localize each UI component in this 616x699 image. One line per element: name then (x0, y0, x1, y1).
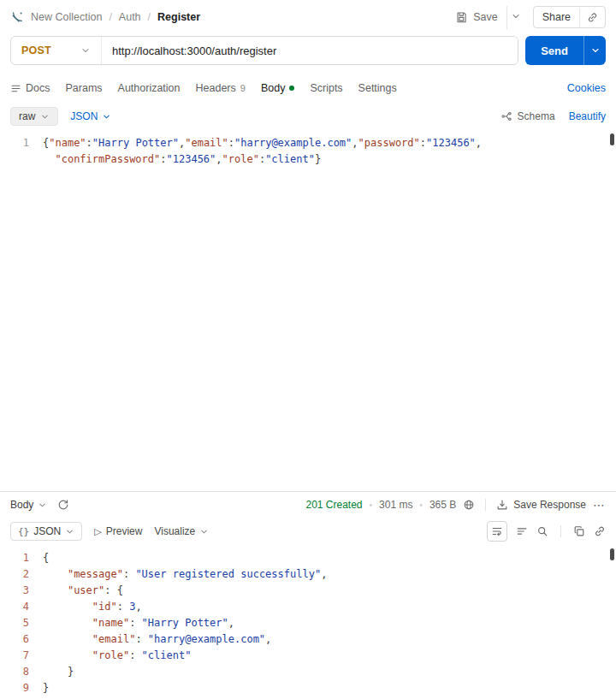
request-tabs: Docs Params Authorization Headers 9 Body… (0, 74, 616, 103)
code-line: 6 "email": "harry@example.com", (0, 631, 616, 648)
line-number: 1 (0, 550, 29, 566)
send-button-group: Send (525, 36, 606, 65)
tab-docs[interactable]: Docs (10, 82, 50, 94)
save-response-button[interactable]: Save Response (496, 499, 586, 511)
meta-separator: • (419, 501, 423, 510)
breadcrumb-folder[interactable]: Auth (119, 11, 141, 23)
method-select[interactable]: POST (11, 37, 102, 64)
chevron-down-icon (102, 112, 111, 121)
divider (485, 499, 486, 511)
copy-button[interactable] (573, 525, 585, 537)
response-scrollbar[interactable] (610, 548, 614, 560)
code-line: 2 "message": "User registered successful… (0, 566, 616, 583)
schema-icon (500, 110, 512, 122)
line-number: 8 (0, 664, 29, 680)
code-text: } (43, 680, 49, 696)
code-line: 4 "id": 3, (0, 599, 616, 615)
line-number (0, 151, 29, 168)
send-button[interactable]: Send (525, 36, 583, 65)
code-text: { (43, 550, 49, 566)
request-body-code: 1{"name":"Harry Potter","email":"harry@e… (0, 135, 616, 168)
body-format-label: raw (19, 110, 35, 122)
filter-lines-icon (516, 525, 528, 537)
link-button[interactable] (594, 525, 606, 537)
docs-icon (10, 83, 21, 94)
search-icon (536, 525, 548, 537)
response-meta-right: 201 Created • 301 ms • 365 B (305, 498, 606, 512)
wrap-text-button[interactable] (487, 521, 507, 542)
url-control: POST (10, 36, 518, 65)
editor-scrollbar[interactable] (610, 133, 614, 145)
chevron-down-icon (38, 501, 47, 510)
visualize-tab[interactable]: Visualize (154, 525, 209, 537)
code-text: "id": 3, (43, 599, 142, 615)
response-size[interactable]: 365 B (429, 499, 456, 511)
response-body-dropdown[interactable]: Body (10, 499, 47, 511)
history-icon[interactable] (57, 499, 69, 511)
share-button[interactable]: Share (533, 6, 606, 28)
visualize-label: Visualize (154, 525, 195, 537)
tab-authorization[interactable]: Authorization (118, 82, 181, 94)
save-button[interactable]: Save (449, 7, 505, 27)
breadcrumb-collection[interactable]: New Collection (31, 11, 102, 23)
divider (560, 525, 561, 537)
request-body-editor[interactable]: 1{"name":"Harry Potter","email":"harry@e… (0, 130, 616, 491)
save-response-label: Save Response (513, 499, 586, 511)
url-input[interactable] (102, 37, 518, 64)
code-line: 7 "role": "client" (0, 648, 616, 664)
floppy-save-icon (456, 11, 468, 23)
schema-button[interactable]: Schema (500, 110, 555, 122)
code-line: 5 "name": "Harry Potter", (0, 615, 616, 631)
line-number: 4 (0, 599, 29, 615)
copy-icon (573, 525, 585, 537)
api-client-window: New Collection / Auth / Register Save (0, 0, 616, 699)
response-format-label: JSON (33, 525, 61, 537)
tab-params[interactable]: Params (65, 82, 102, 94)
code-text: } (43, 664, 74, 680)
share-label: Share (534, 7, 579, 27)
code-text: "role": "client" (43, 648, 191, 664)
preview-tab[interactable]: ▷ Preview (94, 525, 142, 537)
line-number: 3 (0, 583, 29, 599)
more-options-button[interactable]: ⋯ (593, 498, 606, 512)
response-body-viewer[interactable]: 1{2 "message": "User registered successf… (0, 545, 616, 696)
chevron-down-icon (40, 112, 50, 121)
code-text: "email": "harry@example.com", (43, 631, 271, 648)
chevron-down-icon (511, 11, 521, 21)
response-time[interactable]: 301 ms (379, 499, 412, 511)
save-dropdown-button[interactable] (506, 6, 524, 29)
search-button[interactable] (536, 525, 548, 537)
cookies-link[interactable]: Cookies (567, 82, 606, 94)
breadcrumb: New Collection / Auth / Register (10, 10, 200, 24)
save-button-group: Save (449, 6, 524, 29)
body-format-select[interactable]: raw (10, 107, 58, 126)
share-link-icon[interactable] (579, 8, 605, 27)
line-number: 2 (0, 566, 29, 583)
globe-network-icon[interactable] (463, 499, 475, 511)
code-line: 1{"name":"Harry Potter","email":"harry@e… (0, 135, 616, 151)
tab-settings[interactable]: Settings (358, 82, 397, 94)
braces-icon: {} (18, 526, 29, 537)
tab-headers[interactable]: Headers 9 (196, 82, 246, 94)
breadcrumb-request-name[interactable]: Register (157, 11, 200, 23)
tab-settings-label: Settings (358, 82, 397, 94)
tab-body[interactable]: Body (261, 82, 295, 94)
code-text: {"name":"Harry Potter","email":"harry@ex… (43, 135, 482, 151)
response-section: Body 201 Created • 301 ms • 365 B (0, 491, 616, 696)
chevron-down-icon (590, 45, 601, 56)
tab-scripts[interactable]: Scripts (310, 82, 342, 94)
code-line: 9} (0, 680, 616, 696)
status-badge[interactable]: 201 Created (305, 499, 362, 511)
response-meta-bar: Body 201 Created • 301 ms • 365 B (0, 492, 616, 518)
body-language-select[interactable]: JSON (70, 110, 111, 122)
code-line: 1{ (0, 550, 616, 566)
beautify-button[interactable]: Beautify (569, 110, 606, 122)
response-format-select[interactable]: {} JSON (10, 522, 82, 541)
filter-lines-button[interactable] (516, 525, 528, 537)
meta-separator: • (370, 501, 373, 510)
response-body-label: Body (10, 499, 33, 511)
line-number: 6 (0, 631, 29, 648)
response-toolbar: {} JSON ▷ Preview Visualize (0, 518, 616, 545)
chevron-down-icon (65, 527, 74, 536)
send-dropdown-button[interactable] (583, 36, 606, 65)
